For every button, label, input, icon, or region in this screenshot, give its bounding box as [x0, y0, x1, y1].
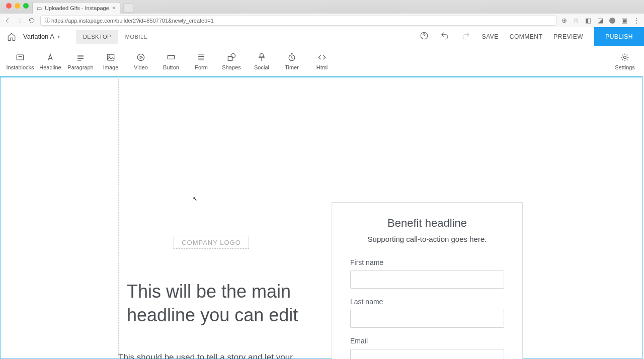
- profile-icon[interactable]: [609, 18, 615, 24]
- browser-action-icons: ⊕ ☆ ◧ ◪ ▣ ⋮: [561, 17, 640, 24]
- publish-button[interactable]: PUBLISH: [594, 27, 644, 46]
- tool-label: Html: [316, 64, 328, 70]
- form-title[interactable]: Benefit headline: [350, 217, 504, 230]
- nav-back-icon[interactable]: [4, 17, 11, 24]
- extension-icon[interactable]: ◧: [585, 17, 591, 24]
- tool-label: Video: [134, 64, 148, 70]
- tool-settings[interactable]: Settings: [611, 52, 639, 70]
- tool-label: Headline: [39, 64, 61, 70]
- tool-label: Shapes: [222, 64, 240, 70]
- svg-rect-1: [17, 55, 23, 60]
- tool-paragraph[interactable]: Paragraph: [65, 52, 96, 70]
- tool-video[interactable]: Video: [126, 52, 156, 70]
- tab-favicon: ▭: [37, 5, 42, 12]
- svg-rect-2: [107, 54, 114, 60]
- bookmark-star-icon[interactable]: ☆: [573, 17, 579, 24]
- app-bar: Variation A ▾ DESKTOP MOBILE SAVE COMMEN…: [0, 27, 644, 46]
- minimize-window-icon[interactable]: [15, 3, 20, 9]
- browser-tab[interactable]: ▭ Uploaded Gifs - Instapage ×: [32, 2, 120, 14]
- form-subtitle[interactable]: Supporting call-to-action goes here.: [350, 235, 504, 243]
- undo-icon[interactable]: [440, 31, 450, 42]
- main-headline[interactable]: This will be the main headline you can e…: [127, 280, 318, 327]
- new-tab-button[interactable]: [123, 4, 133, 13]
- preview-button[interactable]: PREVIEW: [553, 33, 583, 40]
- tool-label: Instablocks: [6, 64, 34, 70]
- mouse-cursor-icon: ↖: [193, 196, 197, 202]
- tool-headline[interactable]: Headline: [35, 52, 65, 70]
- variation-selector[interactable]: Variation A ▾: [23, 33, 60, 40]
- help-icon[interactable]: [420, 31, 429, 42]
- nav-forward-icon[interactable]: [16, 17, 23, 24]
- zoom-icon[interactable]: ⊕: [561, 17, 567, 24]
- comment-button[interactable]: COMMENT: [510, 33, 543, 40]
- editor-canvas[interactable]: ↖ COMPANY LOGO This will be the main hea…: [0, 76, 644, 359]
- maximize-window-icon[interactable]: [23, 3, 29, 9]
- first-name-input[interactable]: [350, 271, 504, 289]
- extension-icon-2[interactable]: ◪: [597, 17, 603, 24]
- tool-html[interactable]: Html: [307, 52, 337, 70]
- variation-label: Variation A: [23, 33, 54, 40]
- tool-label: Form: [195, 64, 208, 70]
- tool-button[interactable]: Button: [156, 52, 186, 70]
- tool-label: Paragraph: [67, 64, 93, 70]
- last-name-input[interactable]: [350, 310, 504, 328]
- protocol-icon: ⓘ: [45, 17, 50, 24]
- tab-strip: ▭ Uploaded Gifs - Instapage ×: [0, 0, 644, 14]
- tool-label: Social: [254, 64, 269, 70]
- save-button[interactable]: SAVE: [482, 33, 499, 40]
- tool-label: Button: [163, 64, 179, 70]
- tab-close-icon[interactable]: ×: [112, 5, 116, 12]
- address-bar-row: ⓘ https://app.instapage.com/builder2?id=…: [0, 14, 644, 27]
- view-desktop-button[interactable]: DESKTOP: [76, 30, 118, 44]
- redo-icon[interactable]: [461, 31, 471, 42]
- close-window-icon[interactable]: [6, 3, 12, 9]
- extension-icon-3[interactable]: ▣: [621, 17, 627, 24]
- tool-instablocks[interactable]: Instablocks: [5, 52, 35, 70]
- svg-point-9: [624, 56, 626, 58]
- first-name-label: First name: [350, 258, 504, 266]
- tab-title: Uploaded Gifs - Instapage: [45, 5, 109, 11]
- last-name-label: Last name: [350, 298, 504, 306]
- tool-bar: Instablocks Headline Paragraph Image Vid…: [0, 46, 644, 76]
- story-paragraph[interactable]: This should be used to tell a story and …: [118, 351, 304, 359]
- view-mobile-button[interactable]: MOBILE: [118, 30, 155, 44]
- browser-chrome: ▭ Uploaded Gifs - Instapage × ⓘ https://…: [0, 0, 644, 27]
- lead-form-card[interactable]: Benefit headline Supporting call-to-acti…: [332, 202, 523, 359]
- tool-image[interactable]: Image: [96, 52, 126, 70]
- svg-rect-5: [168, 55, 174, 59]
- tool-social[interactable]: Social: [247, 52, 277, 70]
- email-label: Email: [350, 337, 504, 345]
- reload-icon[interactable]: [28, 17, 35, 24]
- url-text: https://app.instapage.com/builder2?id=85…: [51, 18, 214, 24]
- tool-label: Timer: [285, 64, 299, 70]
- tool-timer[interactable]: Timer: [277, 52, 307, 70]
- tool-label: Image: [103, 64, 119, 70]
- logo-placeholder-text: COMPANY LOGO: [182, 239, 241, 246]
- address-bar[interactable]: ⓘ https://app.instapage.com/builder2?id=…: [40, 16, 556, 26]
- company-logo-placeholder[interactable]: COMPANY LOGO: [174, 236, 249, 249]
- email-input[interactable]: [350, 349, 504, 359]
- chevron-down-icon: ▾: [57, 34, 60, 39]
- tool-form[interactable]: Form: [186, 52, 216, 70]
- home-icon[interactable]: [7, 32, 16, 41]
- view-toggle: DESKTOP MOBILE: [76, 30, 154, 44]
- window-controls[interactable]: [2, 3, 33, 9]
- tool-label: Settings: [615, 64, 635, 70]
- svg-point-7: [231, 53, 235, 57]
- tool-shapes[interactable]: Shapes: [216, 52, 247, 70]
- chrome-menu-icon[interactable]: ⋮: [633, 17, 640, 24]
